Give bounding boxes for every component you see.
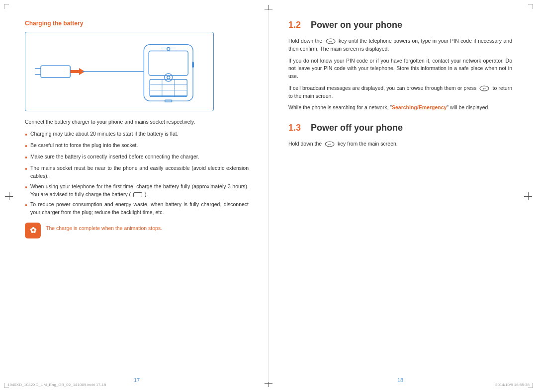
power-on-para-1: Hold down the ↩ key until the telephone … bbox=[288, 37, 512, 53]
section-1-3-number: 1.3 bbox=[288, 123, 301, 133]
svg-text:↩: ↩ bbox=[329, 40, 332, 43]
bullet-dot: • bbox=[25, 130, 27, 139]
bullet-dot: • bbox=[25, 201, 27, 210]
bullet-text: Charging may take about 20 minutes to st… bbox=[30, 130, 179, 138]
page-right: 1.2 Power on your phone Hold down the ↩ … bbox=[268, 0, 537, 392]
page-left: Charging the battery bbox=[0, 0, 268, 392]
bullet-text: To reduce power consumption and energy w… bbox=[30, 201, 249, 217]
list-item: • Make sure the battery is correctly ins… bbox=[25, 153, 249, 162]
svg-rect-9 bbox=[150, 79, 187, 97]
svg-text:↩: ↩ bbox=[483, 87, 486, 90]
meta-left: 1040XD_1042XD_UM_Eng_GB_02_141009.indd 1… bbox=[7, 383, 106, 387]
list-item: • The mains socket must be near to the p… bbox=[25, 164, 249, 180]
svg-text:↩: ↩ bbox=[328, 143, 331, 146]
connect-text: Connect the battery charger to your phon… bbox=[25, 118, 249, 126]
svg-rect-19 bbox=[192, 62, 194, 68]
power-on-para-4: While the phone is searching for a netwo… bbox=[288, 104, 512, 112]
section-1-2-title: 1.2 Power on your phone bbox=[288, 20, 512, 30]
bullet-text: When using your telephone for the first … bbox=[30, 183, 249, 199]
right-page-number: 18 bbox=[397, 377, 403, 383]
searching-emergency-text: Searching/Emergency bbox=[392, 104, 447, 110]
list-item: • When using your telephone for the firs… bbox=[25, 183, 249, 199]
section-1-2-name: Power on your phone bbox=[311, 20, 402, 30]
bullet-dot: • bbox=[25, 153, 27, 162]
list-item: • Charging may take about 20 minutes to … bbox=[25, 130, 249, 139]
power-on-para-3: If cell broadcast messages are displayed… bbox=[288, 84, 512, 100]
bullet-list: • Charging may take about 20 minutes to … bbox=[25, 130, 249, 217]
bullet-dot: • bbox=[25, 164, 27, 173]
svg-rect-0 bbox=[41, 66, 70, 78]
svg-point-16 bbox=[167, 76, 170, 79]
list-item: • Be careful not to force the plug into … bbox=[25, 142, 249, 151]
info-icon: ✿ bbox=[25, 223, 41, 238]
page-container: Charging the battery bbox=[0, 0, 537, 392]
power-on-para-2: If you do not know your PIN code or if y… bbox=[288, 57, 512, 80]
bullet-dot: • bbox=[25, 183, 27, 192]
info-icon-symbol: ✿ bbox=[30, 226, 36, 235]
bullet-dot: • bbox=[25, 142, 27, 151]
left-page-number: 17 bbox=[134, 377, 140, 383]
list-item: • To reduce power consumption and energy… bbox=[25, 201, 249, 217]
right-page-footer: 18 bbox=[288, 377, 512, 383]
info-text: The charge is complete when the animatio… bbox=[46, 223, 162, 233]
bullet-text: The mains socket must be near to the pho… bbox=[30, 164, 249, 180]
bullet-text: Be careful not to force the plug into th… bbox=[30, 142, 138, 150]
meta-right: 2014/10/9 16:55:38 bbox=[495, 383, 530, 387]
info-box: ✿ The charge is complete when the animat… bbox=[25, 223, 249, 238]
svg-rect-5 bbox=[70, 70, 79, 73]
power-off-para: Hold down the ↩ key from the main screen… bbox=[288, 140, 512, 148]
bullet-text: Make sure the battery is correctly inser… bbox=[30, 153, 199, 161]
left-section-heading: Charging the battery bbox=[25, 20, 249, 27]
phone-illustration bbox=[25, 32, 214, 111]
section-1-3-name: Power off your phone bbox=[311, 123, 403, 133]
svg-rect-6 bbox=[144, 45, 193, 101]
section-1-3-title: 1.3 Power off your phone bbox=[288, 123, 512, 133]
section-1-2-number: 1.2 bbox=[288, 20, 301, 30]
svg-rect-7 bbox=[149, 51, 188, 76]
svg-point-15 bbox=[165, 74, 173, 81]
